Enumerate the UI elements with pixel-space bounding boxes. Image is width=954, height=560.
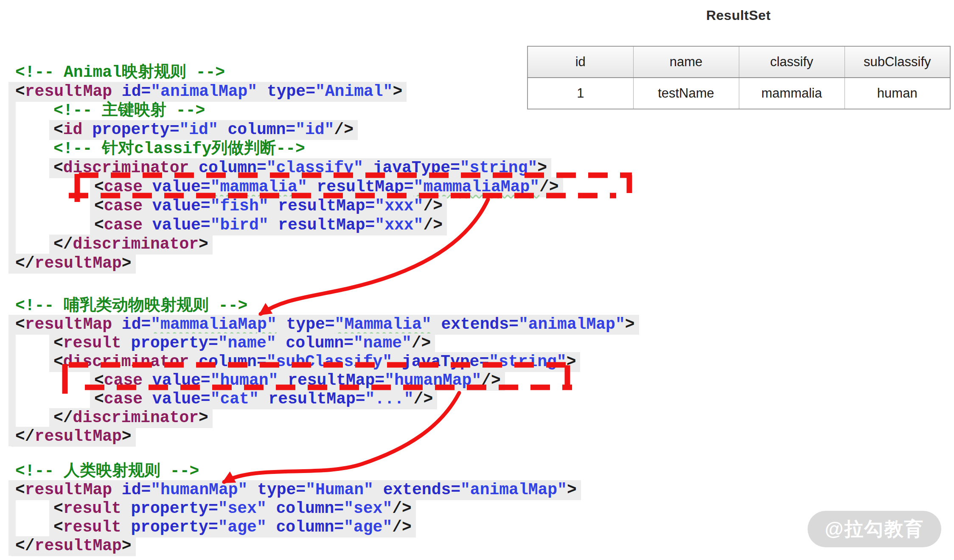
code-token: > (393, 82, 402, 101)
table-row: 1testNamemammaliahuman (528, 78, 950, 109)
code-token: < (15, 315, 25, 333)
code-token: /> (423, 197, 443, 215)
code-token: "xxx" (375, 197, 423, 215)
code-token: case (104, 390, 143, 408)
code-token: < (94, 390, 104, 408)
code-line: <discriminator column="subClassify" java… (49, 352, 580, 372)
code-token: value= (152, 197, 210, 215)
code-token: result (63, 499, 121, 518)
code-token: > (199, 409, 208, 427)
code-token: value= (152, 216, 210, 234)
code-comment-line: <!-- 人类映射规则 --> (11, 462, 203, 482)
code-token: "animalMap" (151, 82, 257, 101)
code-token: < (53, 518, 63, 536)
code-token (121, 518, 131, 536)
watermark-badge: @拉勾教育 (808, 511, 941, 547)
code-token: /> (392, 518, 412, 536)
code-token: /> (334, 120, 354, 139)
code-comment-line: <!-- 哺乳类动物映射规则 --> (11, 296, 252, 316)
code-token: <!-- 针对classify列做判断--> (53, 140, 305, 158)
code-token: resultMap= (317, 178, 414, 196)
code-token (269, 216, 278, 234)
code-line: <case value="fish" resultMap="xxx"/> (90, 196, 447, 216)
code-token: "string" (460, 159, 537, 177)
code-token: < (94, 371, 104, 389)
code-line: <case value="cat" resultMap="..."/> (90, 389, 437, 409)
table-cell: 1 (528, 78, 633, 109)
code-token: > (567, 481, 577, 499)
code-token: "name" (218, 334, 276, 352)
code-token: </ (53, 235, 73, 253)
code-token: resultMap (25, 315, 112, 333)
code-token: column= (276, 518, 344, 536)
code-token: javaType= (373, 159, 460, 177)
code-token: < (53, 120, 63, 139)
code-line: </resultMap> (11, 254, 136, 274)
code-token (363, 159, 373, 177)
code-token: type= (257, 481, 306, 499)
resultset-table: idnameclassifysubClassify 1testNamemamma… (527, 46, 951, 109)
code-token (277, 315, 286, 333)
code-token: /> (539, 178, 559, 196)
code-token (121, 499, 131, 518)
code-line: <resultMap id="humanMap" type="Human" ex… (11, 480, 581, 500)
code-token (112, 315, 122, 333)
code-token: > (122, 537, 132, 555)
code-token: <!-- 主键映射 --> (53, 101, 205, 120)
code-comment-line: <!-- 主键映射 --> (49, 101, 209, 121)
code-token: "subClassify" (267, 353, 392, 371)
code-line: <case value="human" resultMap="humanMap"… (90, 371, 505, 391)
code-token: /> (423, 216, 443, 234)
code-token: "mammaliaMap" (151, 315, 276, 333)
code-token: column= (276, 499, 344, 518)
code-token: resultMap (35, 254, 122, 272)
code-token: /> (414, 390, 433, 408)
code-token (278, 371, 288, 389)
code-token: /> (412, 334, 431, 352)
code-line: <resultMap id="mammaliaMap" type="Mammal… (11, 315, 639, 335)
code-token: column= (286, 334, 354, 352)
code-token: "cat" (210, 390, 259, 408)
code-token: < (53, 334, 63, 352)
code-token (267, 518, 276, 536)
code-token: column= (199, 353, 267, 371)
code-token (121, 334, 131, 352)
code-token: type= (286, 315, 335, 333)
code-token: extends= (441, 315, 518, 333)
code-token: id (63, 120, 83, 139)
code-token: column= (228, 120, 296, 139)
code-token: /> (481, 371, 501, 389)
code-comment-line: <!-- 针对classify列做判断--> (49, 139, 309, 159)
code-line: </resultMap> (11, 536, 136, 556)
code-token: property= (131, 499, 218, 518)
code-token (218, 120, 228, 139)
code-token: resultMap= (278, 197, 375, 215)
code-token (373, 481, 383, 499)
code-token: "xxx" (375, 216, 423, 234)
code-token: <!-- 人类映射规则 --> (15, 462, 199, 480)
code-token: "humanMap" (151, 481, 247, 499)
code-token: property= (131, 334, 218, 352)
code-token: discriminator (63, 353, 189, 371)
code-block-gutter (8, 82, 16, 274)
code-token: "animalMap" (460, 481, 567, 499)
code-token (267, 499, 276, 518)
code-token (432, 315, 441, 333)
code-line: <discriminator column="classify" javaTyp… (49, 158, 551, 178)
code-token: > (625, 315, 635, 333)
code-token: "Human" (306, 481, 373, 499)
code-line: <case value="bird" resultMap="xxx"/> (90, 216, 447, 235)
resultset-body: 1testNamemammaliahuman (528, 78, 950, 109)
code-token (143, 390, 152, 408)
code-token: resultMap (35, 427, 122, 445)
code-token (189, 159, 199, 177)
code-token (82, 120, 92, 139)
code-token: < (53, 159, 63, 177)
code-token: resultMap (25, 481, 112, 499)
code-token: discriminator (73, 409, 199, 427)
code-token: > (122, 254, 132, 272)
resultset-header-row: idnameclassifysubClassify (528, 46, 950, 78)
code-token (276, 334, 286, 352)
code-token: > (199, 235, 208, 253)
code-line: <id property="id" column="id"/> (49, 120, 358, 140)
